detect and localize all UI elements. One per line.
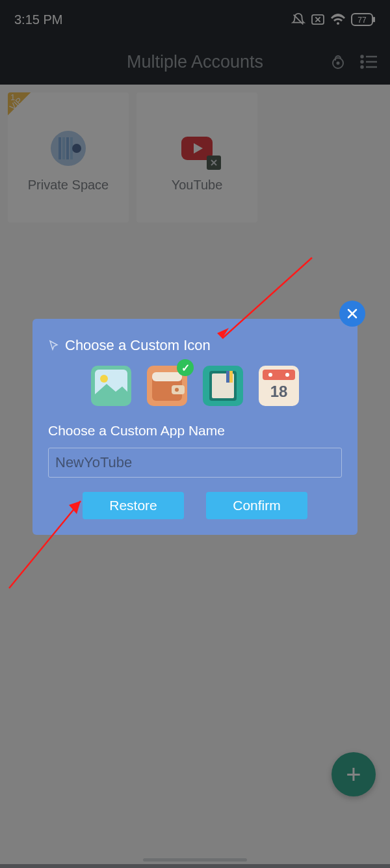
confirm-button[interactable]: Confirm (206, 492, 307, 519)
icon-option-gallery[interactable] (91, 366, 131, 406)
dialog-title: Choose a Custom Icon (48, 337, 342, 354)
svg-rect-40 (263, 370, 295, 380)
svg-rect-38 (226, 371, 229, 383)
check-icon: ✓ (177, 359, 194, 376)
custom-icon-dialog: Choose a Custom Icon ✓ 18 Choose a Custo… (32, 319, 358, 535)
dialog-subtitle: Choose a Custom App Name (48, 423, 342, 439)
app-name-input[interactable] (48, 448, 342, 478)
svg-point-33 (175, 388, 179, 392)
close-button[interactable] (339, 301, 365, 327)
svg-point-42 (285, 373, 289, 377)
icon-options: ✓ 18 (48, 366, 342, 406)
svg-point-41 (268, 373, 272, 377)
icon-option-book[interactable] (203, 366, 243, 406)
close-icon (346, 308, 358, 319)
icon-option-calendar[interactable]: 18 (259, 366, 299, 406)
svg-rect-31 (152, 372, 182, 381)
restore-button[interactable]: Restore (83, 492, 184, 519)
icon-option-wallet[interactable]: ✓ (147, 366, 187, 406)
modal-overlay: Choose a Custom Icon ✓ 18 Choose a Custo… (0, 0, 390, 868)
cursor-icon (48, 340, 60, 351)
svg-point-28 (100, 375, 108, 383)
svg-text:18: 18 (270, 383, 288, 400)
